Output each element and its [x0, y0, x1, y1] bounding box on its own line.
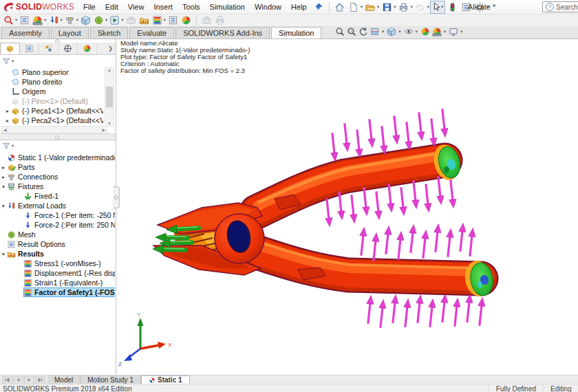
tree-item-strain1[interactable]: Strain1 (-Equivalent-) [0, 278, 115, 287]
expand-caret-icon[interactable]: ▸ [0, 164, 7, 171]
tree-item-fixtures[interactable]: ▾ Fixtures [0, 182, 115, 191]
chevron-down-icon[interactable]: ▾ [377, 4, 379, 10]
chevron-down-icon[interactable]: ▾ [76, 17, 78, 23]
open-icon[interactable] [363, 1, 377, 13]
scroll-down-icon[interactable]: ▼ [107, 122, 111, 126]
chevron-down-icon[interactable]: ▾ [44, 17, 46, 23]
tab-dimxpertmanager[interactable] [58, 43, 78, 54]
tree-item-force2[interactable]: Force-2 (:Per item: 250 N:) [0, 220, 115, 230]
tree-item-stress1[interactable]: Stress1 (-vonMises-) [0, 259, 115, 268]
tree-item-result-options[interactable]: Result Options [0, 239, 115, 249]
tree-item-plano-direito[interactable]: Plano direito [0, 77, 103, 87]
menu-tools[interactable]: Tools [178, 0, 205, 14]
expand-caret-icon[interactable]: ▸ [4, 118, 11, 124]
tree-item-peca2[interactable]: ▸ (-) Peca2<1> (Default<<Valor pred [0, 116, 103, 125]
plot-tools-icon[interactable] [151, 14, 164, 25]
pin-icon[interactable] [312, 1, 325, 13]
panel-splitter[interactable] [0, 133, 116, 140]
chevron-down-icon[interactable]: ▾ [427, 4, 429, 10]
tree-item-fixed1[interactable]: Fixed-1 [0, 191, 115, 201]
tree-item-external-loads[interactable]: ▾ External Loads [0, 201, 115, 210]
feature-tree-horizontal-scrollbar[interactable]: ◀ ▶ [1, 126, 107, 133]
tab-simulation[interactable]: Simulation [271, 27, 321, 39]
tree-item-static1[interactable]: Static 1 (-Valor predeterminado-) [0, 153, 115, 162]
tree-item-results[interactable]: ▾ Results [0, 249, 115, 259]
chevron-down-icon[interactable]: ▾ [15, 17, 17, 23]
scrollbar-thumb[interactable] [106, 87, 113, 107]
tab-addins[interactable]: SOLIDWORKS Add-Ins [175, 27, 270, 39]
external-loads-advisor-icon[interactable] [47, 14, 61, 25]
chevron-down-icon[interactable]: ▾ [444, 29, 446, 34]
design-insight-icon[interactable] [180, 14, 193, 25]
tab-layout[interactable]: Layout [51, 27, 89, 39]
graphics-viewport[interactable]: Model name:Alicate Study name:Static 1(-… [116, 39, 578, 375]
panel-tabs-overflow-icon[interactable]: ❯ [105, 43, 116, 54]
tab-evaluate[interactable]: Evaluate [129, 27, 174, 39]
display-style-icon[interactable] [404, 27, 414, 36]
tree-item-origem[interactable]: Origem [0, 87, 103, 96]
menu-simulation[interactable]: Simulation [205, 0, 250, 14]
undo-icon[interactable] [414, 1, 427, 13]
tab-propertymanager[interactable] [20, 43, 39, 54]
search-input[interactable]: ? Search [542, 1, 578, 12]
tree-item-plano-superior[interactable]: Plano superior [0, 67, 103, 77]
view-settings-monitor-icon[interactable] [449, 27, 458, 36]
chevron-down-icon[interactable]: ▾ [410, 4, 412, 10]
study-advisor-icon[interactable] [2, 14, 15, 25]
apply-material-icon[interactable] [31, 14, 44, 25]
view-orientation-cube-icon[interactable] [387, 27, 396, 36]
tree-item-factor-of-safety1[interactable]: Factor of Safety1 (-FOS-) [0, 287, 115, 297]
home-icon[interactable] [333, 1, 347, 13]
tree-item-pino[interactable]: (-) Pino<1> (Default) [0, 96, 103, 106]
tab-sketch[interactable]: Sketch [90, 27, 129, 39]
chevron-down-icon[interactable]: ▾ [398, 29, 400, 34]
scroll-up-icon[interactable]: ▲ [107, 68, 111, 72]
chevron-down-icon[interactable]: ▾ [12, 143, 14, 149]
next-tab-icon[interactable] [24, 376, 34, 384]
results-advisor-icon[interactable] [138, 14, 151, 25]
panel-flyout-grip[interactable] [113, 186, 120, 208]
previous-view-icon[interactable] [358, 27, 368, 36]
model-canvas[interactable]: Y X Z [116, 39, 578, 375]
tab-featuremanager[interactable] [0, 43, 20, 54]
scroll-right-icon[interactable]: ▶ [102, 127, 105, 132]
feature-tree-vertical-scrollbar[interactable]: ▲ ▼ [105, 67, 114, 127]
expand-caret-icon[interactable]: ▸ [0, 174, 7, 180]
expand-caret-icon[interactable]: ▸ [4, 108, 11, 114]
feature-tree-filter[interactable]: ▾ [2, 56, 14, 66]
menu-insert[interactable]: Insert [149, 0, 178, 14]
run-study-icon[interactable] [108, 14, 121, 25]
tree-item-mesh[interactable]: Mesh [0, 230, 115, 239]
zoom-to-fit-icon[interactable] [335, 27, 345, 36]
scroll-left-icon[interactable]: ◀ [3, 127, 7, 132]
zoom-to-area-icon[interactable] [347, 27, 356, 36]
tab-assembly[interactable]: Assembly [1, 27, 50, 39]
shell-manager-icon[interactable] [79, 14, 92, 25]
tab-displaymanager[interactable] [78, 43, 97, 54]
tree-item-parts[interactable]: ▸ Parts [0, 162, 115, 172]
chevron-down-icon[interactable]: ▾ [164, 17, 166, 23]
chevron-down-icon[interactable]: ▾ [61, 17, 63, 23]
study-tree-filter[interactable]: ▾ [2, 140, 14, 151]
chevron-down-icon[interactable]: ▾ [460, 29, 462, 34]
menu-view[interactable]: View [123, 0, 149, 14]
edit-appearance-icon[interactable] [420, 27, 430, 36]
menu-edit[interactable]: Edit [100, 0, 123, 14]
report-icon[interactable] [167, 14, 180, 25]
menu-window[interactable]: Window [250, 0, 286, 14]
simulation-list-icon[interactable] [18, 14, 31, 25]
first-tab-icon[interactable] [2, 376, 12, 384]
tree-item-force1[interactable]: Force-1 (:Per item: -250 N:) [0, 210, 115, 220]
save-icon[interactable] [380, 1, 394, 13]
tree-item-displacement1[interactable]: Displacement1 (-Res disp-) [0, 268, 115, 278]
connections-advisor-icon[interactable] [63, 14, 76, 25]
chevron-down-icon[interactable]: ▾ [121, 17, 123, 23]
expand-caret-icon[interactable]: ▾ [0, 184, 7, 190]
chevron-down-icon[interactable]: ▾ [105, 17, 107, 23]
print-icon[interactable] [396, 1, 410, 13]
mesh-icon[interactable] [92, 14, 105, 25]
chevron-down-icon[interactable]: ▾ [12, 58, 14, 64]
chevron-down-icon[interactable]: ▾ [394, 4, 396, 10]
last-tab-icon[interactable] [35, 376, 45, 384]
tree-item-peca1[interactable]: ▸ (-) Peça1<1> (Default<<Valor pred [0, 106, 103, 116]
